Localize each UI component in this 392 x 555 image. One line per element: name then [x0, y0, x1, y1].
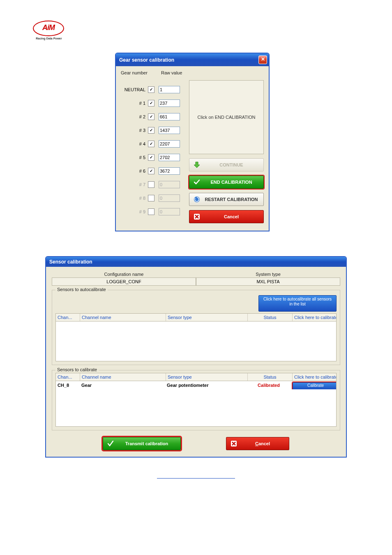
gear-raw-value[interactable]: 3672: [159, 167, 180, 175]
gear-raw-value[interactable]: 2702: [159, 154, 180, 161]
gear-label: # 9: [121, 209, 148, 214]
gear-label: # 6: [121, 169, 148, 173]
label-configuration-name: Configuration name: [52, 272, 196, 277]
close-icon[interactable]: ✕: [258, 56, 267, 64]
col-action[interactable]: Click here to calibrate: [293, 373, 336, 381]
gear-checkbox[interactable]: [148, 86, 154, 93]
grid-body-empty: [55, 321, 337, 361]
cancel-button[interactable]: Cancel: [226, 437, 289, 450]
gear-checkbox: [148, 208, 154, 215]
gear-label: NEUTRAL: [121, 87, 148, 92]
gear-row: NEUTRAL1: [121, 83, 187, 96]
gear-label: # 2: [121, 114, 148, 119]
end-calibration-button[interactable]: END CALIBRATION: [189, 176, 264, 189]
col-sensor-type[interactable]: Sensor type: [166, 314, 248, 321]
gear-checkbox[interactable]: [148, 127, 154, 134]
restart-calibration-label: RESTART CALIBRATION: [202, 197, 261, 202]
gear-raw-value[interactable]: 1437: [159, 127, 180, 134]
gear-label: # 8: [121, 196, 148, 201]
check-icon: [106, 440, 115, 447]
gear-label: # 3: [121, 128, 148, 133]
cancel-icon: [229, 440, 239, 447]
sensor-calibration-dialog: Sensor calibration Configuration name Sy…: [45, 256, 347, 458]
gear-checkbox[interactable]: [148, 168, 154, 174]
logo-subtitle: Racing Data Power: [33, 37, 65, 40]
cell-name: Gear: [80, 381, 165, 389]
down-arrow-icon: [192, 161, 202, 169]
value-system-type: MXL PISTA: [196, 278, 340, 286]
gear-row: # 52702: [121, 150, 187, 164]
autocalibrate-all-button[interactable]: Click here to autocalibrate all sensors …: [258, 295, 337, 312]
grid-header: Chan... Channel name Sensor type Status …: [55, 373, 337, 381]
gear-checkbox[interactable]: [148, 141, 154, 147]
end-calibration-label: END CALIBRATION: [202, 180, 261, 185]
col-action[interactable]: Click here to calibrate: [293, 314, 336, 321]
col-chan[interactable]: Chan...: [56, 314, 80, 321]
gear-row: # 1237: [121, 96, 187, 110]
logo: AiM Racing Data Power: [33, 21, 65, 40]
grid-header: Chan... Channel name Sensor type Status …: [55, 313, 337, 321]
cancel-icon: [192, 213, 202, 220]
gear-raw-value: 0: [159, 194, 180, 202]
gear-checkbox: [148, 181, 154, 188]
gear-calibration-dialog: Gear sensor calibration ✕ Gear number Ra…: [115, 53, 270, 231]
gear-label: # 4: [121, 141, 148, 146]
header-gear-number: Gear number: [121, 70, 154, 75]
col-channel-name[interactable]: Channel name: [80, 314, 166, 321]
dialog-title: Gear sensor calibration: [119, 57, 174, 63]
gear-checkbox[interactable]: [148, 100, 154, 106]
cancel-button[interactable]: Cancel: [189, 210, 264, 223]
transmit-calibration-button[interactable]: Transmit calibration: [103, 437, 181, 450]
gear-row: # 90: [121, 205, 187, 218]
cell-type: Gear potentiometer: [165, 381, 247, 389]
gear-checkbox[interactable]: [148, 113, 154, 120]
refresh-icon: [192, 196, 202, 203]
gear-row: # 63672: [121, 164, 187, 178]
gear-row: # 2661: [121, 110, 187, 123]
gear-label: # 5: [121, 155, 148, 160]
table-row[interactable]: CH_8 Gear Gear potentiometer Calibrated …: [56, 381, 336, 389]
fieldset-autocalibrate: Sensors to autocalibrate Click here to a…: [52, 290, 340, 365]
col-status[interactable]: Status: [248, 314, 293, 321]
cancel-label: Cancel: [239, 441, 286, 446]
gear-raw-value[interactable]: 1: [159, 86, 180, 93]
cancel-label: Cancel: [202, 214, 261, 219]
gear-raw-value[interactable]: 2207: [159, 140, 180, 148]
col-sensor-type[interactable]: Sensor type: [166, 373, 248, 381]
titlebar: Sensor calibration: [46, 257, 346, 267]
fieldset-calibrate: Sensors to calibrate Chan... Channel nam…: [52, 370, 340, 430]
continue-label: CONTINUE: [202, 162, 261, 167]
gear-label: # 7: [121, 182, 148, 187]
calibrate-button[interactable]: Calibrate: [293, 382, 336, 389]
check-icon: [192, 179, 202, 185]
titlebar: Gear sensor calibration ✕: [116, 53, 269, 66]
gear-row: # 42207: [121, 137, 187, 150]
calibration-message: Click on END CALIBRATION: [189, 80, 264, 154]
col-channel-name[interactable]: Channel name: [80, 373, 166, 381]
gear-raw-value[interactable]: 237: [159, 99, 180, 107]
gear-raw-value: 0: [159, 208, 180, 215]
gear-raw-value: 0: [159, 181, 180, 188]
col-chan[interactable]: Chan...: [56, 373, 80, 381]
dialog-title: Sensor calibration: [49, 259, 92, 265]
legend-calibrate: Sensors to calibrate: [55, 367, 99, 372]
restart-calibration-button[interactable]: RESTART CALIBRATION: [189, 193, 264, 206]
footer-separator: [157, 478, 235, 479]
cell-action: Calibrate: [291, 381, 336, 389]
header-raw-value: Raw value: [161, 70, 182, 75]
gear-row: # 70: [121, 178, 187, 191]
gear-row: # 31437: [121, 123, 187, 137]
legend-autocalibrate: Sensors to autocalibrate: [55, 287, 108, 292]
label-system-type: System type: [196, 272, 340, 277]
col-status[interactable]: Status: [248, 373, 293, 381]
continue-button[interactable]: CONTINUE: [189, 158, 264, 171]
gear-row: # 80: [121, 191, 187, 205]
grid-body: CH_8 Gear Gear potentiometer Calibrated …: [55, 381, 337, 427]
gear-checkbox: [148, 195, 154, 201]
transmit-label: Transmit calibration: [115, 441, 178, 446]
gear-checkbox[interactable]: [148, 154, 154, 161]
gear-label: # 1: [121, 101, 148, 106]
gear-raw-value[interactable]: 661: [159, 113, 180, 120]
cell-status: Calibrated: [247, 381, 291, 389]
logo-text: AiM: [33, 21, 64, 36]
